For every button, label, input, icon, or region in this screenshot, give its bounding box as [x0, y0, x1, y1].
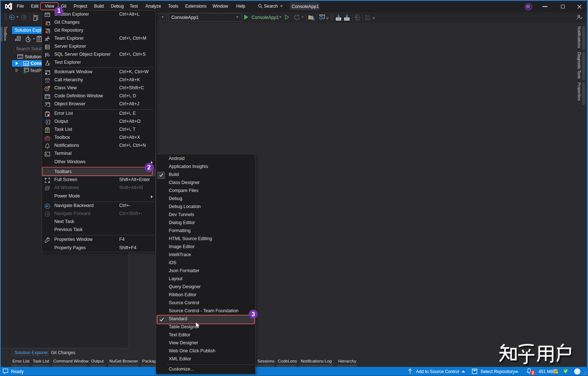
- svg-text:C#: C#: [24, 62, 28, 66]
